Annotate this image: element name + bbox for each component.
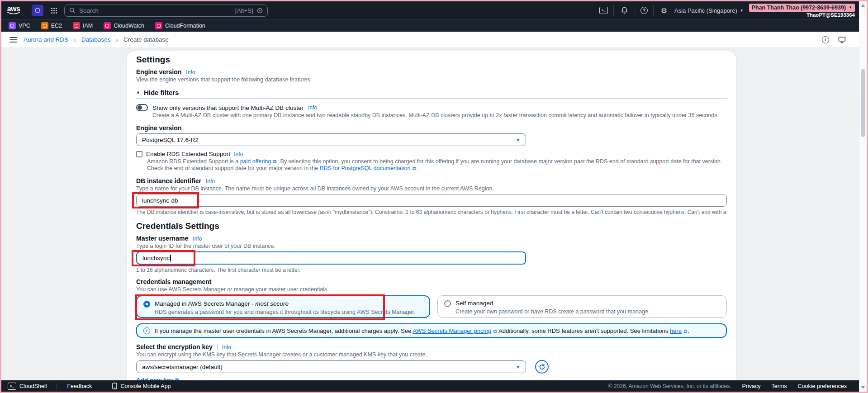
divider bbox=[136, 98, 727, 99]
account-id: ThaoPT@SE193364 bbox=[806, 12, 855, 18]
copyright-text: © 2026, Amazon Web Services, Inc. or its… bbox=[608, 383, 731, 389]
breadcrumb-databases[interactable]: Databases bbox=[81, 36, 111, 43]
aws-logo[interactable]: aws bbox=[7, 6, 20, 15]
db-identifier-input[interactable]: lunchsync-db bbox=[136, 194, 727, 207]
favorite-iam[interactable]: IAM bbox=[73, 22, 93, 29]
favorite-ec2[interactable]: EC2 bbox=[41, 22, 62, 29]
master-username-label: Master username bbox=[136, 235, 188, 242]
cookie-preferences-link[interactable]: Cookie preferences bbox=[798, 383, 847, 389]
db-identifier-description: Type a name for your DB instance. The na… bbox=[136, 185, 727, 192]
scroll-up-arrow-icon[interactable] bbox=[861, 4, 865, 7]
secrets-manager-pricing-link[interactable]: AWS Secrets Manager pricing bbox=[413, 327, 491, 334]
credentials-management-description: You can use AWS Secrets Manager or manag… bbox=[136, 286, 727, 293]
engine-version-select[interactable]: PostgreSQL 17.6-R2 ▼ bbox=[136, 133, 526, 146]
vertical-scrollbar[interactable] bbox=[859, 1, 867, 392]
caret-down-icon: ▼ bbox=[849, 5, 852, 9]
encryption-key-select[interactable]: aws/secretsmanager (default) ▼ bbox=[136, 360, 526, 373]
terms-link[interactable]: Terms bbox=[772, 383, 787, 389]
browser-viewport: aws Search [Alt+S] >_ ? ⚙ Asia Pacific (… bbox=[0, 0, 868, 393]
favorite-vpc[interactable]: VPC bbox=[9, 22, 30, 29]
external-link-icon: ⧉ bbox=[175, 377, 179, 380]
db-identifier-info-link[interactable]: Info bbox=[206, 178, 215, 185]
db-identifier-value: lunchsync-db bbox=[142, 197, 178, 204]
favorite-cloudwatch[interactable]: CloudWatch bbox=[104, 22, 144, 29]
hide-filters-expander[interactable]: ▼ Hide filters bbox=[136, 89, 727, 96]
breadcrumb-separator-icon: › bbox=[116, 36, 118, 43]
settings-section-title: Settings bbox=[136, 55, 727, 65]
cloudwatch-icon bbox=[104, 22, 111, 29]
search-input[interactable]: Search [Alt+S] bbox=[64, 5, 268, 17]
external-link-icon: ⧉ bbox=[684, 328, 688, 334]
footer-feedback[interactable]: Feedback bbox=[67, 383, 92, 389]
help-icon[interactable]: ? bbox=[640, 7, 648, 14]
extended-support-description: Amazon RDS Extended Support is a paid of… bbox=[147, 158, 727, 172]
cloudshell-icon[interactable]: >_ bbox=[599, 7, 608, 14]
nav-utilities: >_ ? ⚙ Asia Pacific (Singapore) ▼ Phan T… bbox=[599, 4, 861, 18]
iam-icon bbox=[73, 22, 80, 29]
extended-support-checkbox[interactable] bbox=[136, 151, 142, 157]
search-shortcut-hint: [Alt+S] bbox=[235, 7, 253, 14]
account-block: Phan Thanh Thao (9972-8639-6939) ▼ ThaoP… bbox=[749, 4, 855, 18]
db-identifier-constraint: The DB instance identifier is case-insen… bbox=[136, 209, 727, 216]
recent-service-icon[interactable] bbox=[32, 5, 43, 16]
breadcrumb-separator-icon: › bbox=[74, 36, 76, 43]
expander-caret-icon: ▼ bbox=[136, 90, 140, 95]
footer-mobile-app[interactable]: Console Mobile App bbox=[112, 383, 171, 389]
self-managed-option-title: Self managed bbox=[455, 299, 650, 307]
favorite-cloudformation[interactable]: CloudFormation bbox=[155, 22, 205, 29]
refresh-icon bbox=[539, 364, 545, 370]
create-database-form-card: Settings Engine version Info View the en… bbox=[127, 51, 736, 380]
add-new-key-link[interactable]: Add new key ⧉ bbox=[136, 377, 179, 380]
main-content: Settings Engine version Info View the en… bbox=[1, 48, 867, 380]
secrets-manager-option-title: Managed in AWS Secrets Manager - most se… bbox=[155, 300, 415, 308]
radio-selected-icon[interactable] bbox=[143, 301, 150, 308]
radio-unselected-icon[interactable] bbox=[444, 300, 451, 307]
app-grid-icon[interactable] bbox=[49, 5, 59, 15]
text-cursor bbox=[170, 255, 171, 261]
hamburger-menu-icon[interactable] bbox=[9, 37, 17, 43]
engine-version-selected-value: PostgreSQL 17.6-R2 bbox=[142, 137, 516, 143]
extended-support-info-link[interactable]: Info bbox=[234, 151, 243, 157]
secrets-manager-info-alert: i If you manage the master user credenti… bbox=[136, 323, 727, 338]
master-username-info-link[interactable]: Info bbox=[193, 236, 202, 242]
extended-support-label: Enable RDS Extended Support bbox=[146, 151, 230, 157]
breadcrumb: Aurora and RDS › Databases › Create data… bbox=[24, 36, 169, 43]
limitations-here-link[interactable]: here bbox=[670, 327, 682, 334]
encryption-key-label: Select the encryption key bbox=[136, 343, 213, 350]
region-selector[interactable]: Asia Pacific (Singapore) ▼ bbox=[674, 7, 744, 14]
engine-version-heading: Engine version bbox=[136, 68, 181, 76]
scrollbar-thumb[interactable] bbox=[861, 69, 865, 137]
rds-postgresql-docs-link[interactable]: RDS for PostgreSQL documentation bbox=[319, 165, 410, 171]
notifications-bell-icon[interactable] bbox=[619, 5, 629, 15]
vpc-icon bbox=[9, 22, 16, 29]
paid-offering-link[interactable]: paid offering bbox=[240, 158, 271, 165]
account-menu[interactable]: Phan Thanh Thao (9972-8639-6939) ▼ bbox=[749, 4, 855, 12]
footer-cloudshell[interactable]: >_ CloudShell bbox=[8, 383, 47, 390]
display-monitor-icon[interactable] bbox=[838, 36, 846, 43]
multi-az-toggle[interactable] bbox=[136, 104, 148, 111]
ec2-icon bbox=[41, 22, 48, 29]
select-caret-icon: ▼ bbox=[516, 137, 520, 142]
privacy-link[interactable]: Privacy bbox=[742, 383, 761, 389]
credentials-section-title: Credentials Settings bbox=[136, 221, 727, 231]
info-icon: i bbox=[143, 327, 150, 334]
breadcrumb-bar: Aurora and RDS › Databases › Create data… bbox=[1, 32, 867, 48]
master-username-value: lunchsync bbox=[142, 255, 170, 261]
breadcrumb-aurora-rds[interactable]: Aurora and RDS bbox=[24, 36, 68, 43]
scroll-down-arrow-icon[interactable] bbox=[861, 386, 865, 389]
master-username-input[interactable]: lunchsync bbox=[136, 251, 526, 265]
encryption-key-selected-value: aws/secretsmanager (default) bbox=[142, 364, 516, 370]
search-settings-icon[interactable] bbox=[257, 8, 263, 14]
option-secrets-manager[interactable]: Managed in AWS Secrets Manager - most se… bbox=[136, 295, 430, 318]
settings-gear-icon[interactable]: ⚙ bbox=[659, 5, 669, 15]
aws-smile-icon bbox=[7, 12, 20, 15]
encryption-key-info-link[interactable]: Info bbox=[217, 344, 231, 350]
engine-version-info-link[interactable]: Info bbox=[186, 69, 195, 76]
option-self-managed[interactable]: Self managed Create your own password or… bbox=[437, 295, 727, 318]
refresh-keys-button[interactable] bbox=[535, 360, 549, 374]
caret-down-icon: ▼ bbox=[740, 9, 744, 13]
breadcrumb-current: Create database bbox=[123, 36, 169, 43]
db-identifier-label: DB instance identifier bbox=[136, 177, 201, 185]
multi-az-info-link[interactable]: Info bbox=[308, 104, 317, 111]
info-circle-icon[interactable]: i bbox=[822, 36, 829, 43]
